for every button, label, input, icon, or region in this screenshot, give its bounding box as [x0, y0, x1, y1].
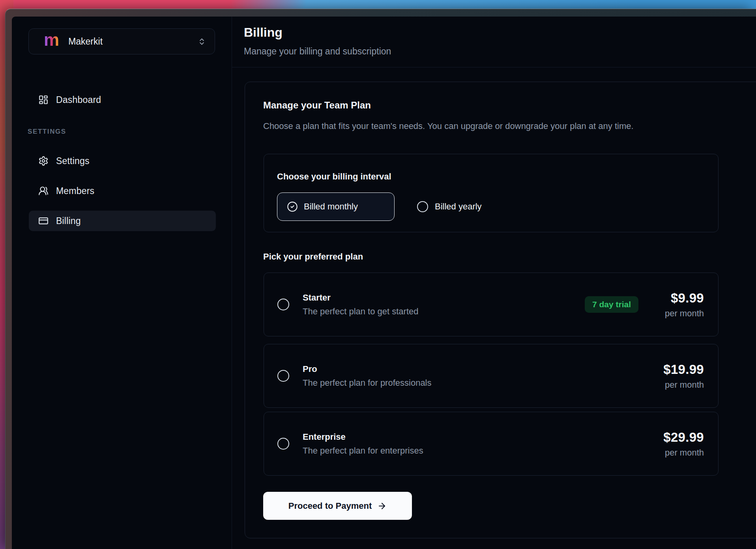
sidebar-item-label: Settings [56, 156, 90, 166]
plan-pricing: 7 day trial $9.99 per month [585, 291, 704, 319]
radio-circle-icon[interactable] [277, 438, 289, 450]
price-block: $19.99 per month [661, 362, 704, 390]
proceed-to-payment-button[interactable]: Proceed to Payment [263, 492, 412, 520]
billed-yearly-label: Billed yearly [435, 202, 482, 212]
billing-interval-label: Choose your billing interval [277, 172, 391, 182]
billed-monthly-option[interactable]: Billed monthly [277, 192, 395, 221]
plan-description: The perfect plan for enterprises [303, 446, 423, 456]
plan-name: Pro [303, 364, 432, 374]
plan-pricing: $29.99 per month [661, 430, 704, 458]
plan-row-starter[interactable]: Starter The perfect plan to get started … [264, 273, 719, 336]
plans-label: Pick your preferred plan [263, 252, 363, 262]
trial-badge: 7 day trial [585, 296, 638, 313]
plan-text: Starter The perfect plan to get started [303, 293, 419, 317]
proceed-to-payment-label: Proceed to Payment [288, 501, 372, 511]
billed-yearly-option[interactable]: Billed yearly [417, 192, 482, 221]
sidebar-item-label: Dashboard [56, 95, 101, 105]
sidebar: m Makerkit Dashboard SETTINGS [12, 17, 232, 549]
header-divider [232, 67, 756, 67]
radio-circle-icon[interactable] [277, 299, 289, 310]
dashboard-icon [38, 95, 49, 105]
plan-text: Enterprise The perfect plan for enterpri… [303, 432, 423, 456]
card-title: Manage your Team Plan [263, 100, 371, 111]
plan-pricing: $19.99 per month [661, 362, 704, 390]
sidebar-item-billing[interactable]: Billing [29, 211, 216, 231]
plan-row-pro[interactable]: Pro The perfect plan for professionals $… [264, 344, 719, 408]
plan-description: The perfect plan for professionals [303, 378, 432, 388]
plan-price: $19.99 [661, 362, 704, 377]
workspace-name: Makerkit [68, 36, 103, 47]
app-window: m Makerkit Dashboard SETTINGS [12, 17, 756, 549]
plan-period: per month [661, 448, 704, 458]
billed-monthly-label: Billed monthly [304, 202, 358, 212]
sidebar-item-members[interactable]: Members [29, 181, 216, 201]
plan-text: Pro The perfect plan for professionals [303, 364, 432, 388]
plan-name: Enterprise [303, 432, 423, 442]
gear-icon [38, 156, 49, 166]
price-block: $9.99 per month [661, 291, 704, 319]
price-block: $29.99 per month [661, 430, 704, 458]
sidebar-item-label: Billing [56, 216, 81, 226]
app-window-frame: m Makerkit Dashboard SETTINGS [5, 9, 756, 549]
main-content: Billing Manage your billing and subscrip… [232, 17, 756, 549]
circle-check-icon [287, 201, 298, 212]
radio-circle-icon[interactable] [277, 370, 289, 382]
workspace-selector[interactable]: m Makerkit [28, 28, 215, 54]
plan-period: per month [661, 308, 704, 319]
plan-price: $9.99 [661, 291, 704, 306]
plan-description: The perfect plan to get started [303, 306, 419, 317]
makerkit-logo: m [44, 31, 59, 49]
plan-period: per month [661, 380, 704, 390]
sidebar-item-dashboard[interactable]: Dashboard [29, 90, 216, 110]
radio-circle-icon [417, 201, 428, 212]
team-plan-card: Manage your Team Plan Choose a plan that… [245, 82, 756, 538]
users-icon [38, 186, 49, 196]
arrow-right-icon [377, 501, 387, 511]
page-title: Billing [244, 25, 283, 40]
card-description: Choose a plan that fits your team's need… [263, 121, 634, 131]
sidebar-item-label: Members [56, 186, 94, 196]
sidebar-section-settings: SETTINGS [28, 128, 66, 136]
page-subtitle: Manage your billing and subscription [244, 46, 391, 57]
sidebar-item-settings[interactable]: Settings [29, 151, 216, 171]
plan-price: $29.99 [661, 430, 704, 445]
plan-name: Starter [303, 293, 419, 303]
billing-interval-group: Choose your billing interval Billed mont… [264, 154, 719, 232]
credit-card-icon [38, 216, 49, 226]
plan-row-enterprise[interactable]: Enterprise The perfect plan for enterpri… [264, 412, 719, 476]
chevrons-up-down-icon [198, 37, 206, 46]
screen: m Makerkit Dashboard SETTINGS [0, 0, 756, 549]
